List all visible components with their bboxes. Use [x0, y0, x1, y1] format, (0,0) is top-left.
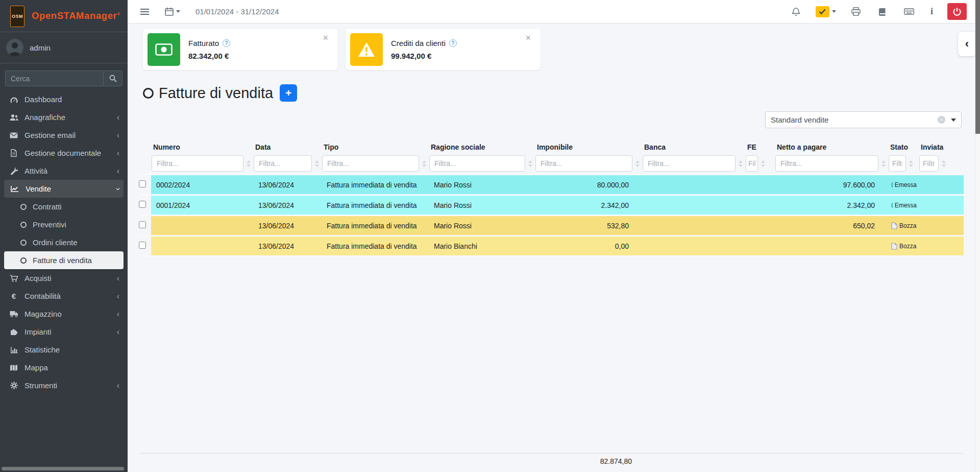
- help-icon[interactable]: ?: [223, 39, 230, 47]
- sidebar-subitem-preventivi[interactable]: Preventivi: [0, 216, 128, 233]
- bar-chart-icon: [8, 346, 19, 353]
- sidebar-item-contabilita[interactable]: € Contabilità ‹: [0, 287, 128, 305]
- date-range[interactable]: 01/01/2024 - 31/12/2024: [195, 7, 279, 16]
- print-button[interactable]: [849, 5, 863, 18]
- circle-icon: [20, 240, 27, 246]
- sort-arrows[interactable]: [881, 160, 886, 167]
- chevron-left-icon: ‹: [117, 274, 119, 282]
- info-button[interactable]: i: [929, 6, 934, 17]
- page-title: Fatture di vendita: [159, 85, 273, 102]
- sort-arrows[interactable]: [635, 160, 640, 167]
- widget-fatturato: Fatturato? 82.342,00 € ×: [143, 29, 338, 70]
- filter-input-inviata[interactable]: [919, 155, 939, 172]
- column-header[interactable]: Numero: [153, 143, 180, 151]
- sort-arrows[interactable]: [909, 160, 913, 167]
- status-badge: Emessa: [895, 181, 917, 188]
- header-labels-row: Numero Data Tipo Ragione sociale Imponib…: [139, 143, 964, 155]
- chevron-left-icon: ‹: [117, 149, 119, 157]
- sort-arrows[interactable]: [315, 160, 319, 167]
- filter-input-numero[interactable]: [152, 155, 243, 172]
- sidebar-item-attivita[interactable]: Attività ‹: [0, 162, 128, 180]
- sidebar-item-anagrafiche[interactable]: Anagrafiche ‹: [0, 108, 128, 126]
- sort-arrows[interactable]: [528, 160, 532, 167]
- system-status-button[interactable]: [816, 6, 836, 17]
- sidebar-toggle-button[interactable]: [138, 6, 152, 17]
- sidebar-item-magazzino[interactable]: Magazzino ‹: [0, 305, 128, 323]
- row-checkbox[interactable]: [139, 201, 146, 208]
- column-header[interactable]: Ragione sociale: [431, 143, 485, 151]
- filter-input-fe[interactable]: [746, 155, 758, 172]
- sort-arrows[interactable]: [247, 160, 251, 167]
- column-header[interactable]: Netto a pagare: [777, 143, 826, 151]
- warning-triangle-icon: [350, 33, 383, 66]
- logout-button[interactable]: [947, 3, 967, 20]
- table-row[interactable]: 13/06/2024 Fattura immediata di vendita …: [139, 216, 964, 237]
- table-row[interactable]: 13/06/2024 Fattura immediata di vendita …: [139, 237, 964, 257]
- column-header[interactable]: Inviata: [921, 143, 943, 151]
- sidebar-item-acquisti[interactable]: Acquisti ‹: [0, 269, 128, 287]
- column-header[interactable]: Banca: [644, 143, 666, 151]
- page-scrollbar[interactable]: [975, 0, 980, 472]
- sidebar-item-strumenti[interactable]: Strumenti ‹: [0, 376, 128, 394]
- add-invoice-button[interactable]: +: [280, 84, 297, 102]
- app-logo[interactable]: ⚙OSM OpenSTAManager®: [0, 0, 128, 32]
- sidebar-item-statistiche[interactable]: Statistiche: [0, 341, 128, 359]
- circle-icon: [20, 204, 27, 210]
- column-header[interactable]: FE: [747, 143, 756, 151]
- sort-arrows[interactable]: [422, 160, 426, 167]
- truck-icon: [8, 311, 19, 317]
- row-checkbox[interactable]: [139, 242, 146, 249]
- help-icon[interactable]: ?: [449, 39, 457, 47]
- main-content: Fatturato? 82.342,00 € × Crediti da clie…: [128, 23, 975, 472]
- widget-title: Fatturato: [188, 39, 219, 48]
- sidebar-subitem-fatture-di-vendita[interactable]: Fatture di vendita: [4, 251, 124, 269]
- page-scrollbar-thumb[interactable]: [975, 0, 980, 134]
- clear-selection-icon[interactable]: ×: [938, 116, 945, 124]
- sidebar-item-gestione-documentale[interactable]: Gestione documentale ‹: [0, 144, 128, 162]
- sidebar-item-dashboard[interactable]: Dashboard: [0, 90, 128, 108]
- column-header[interactable]: Tipo: [324, 143, 338, 151]
- segment-select[interactable]: Standard vendite ×: [765, 111, 962, 128]
- filter-input-tipo[interactable]: [322, 155, 419, 172]
- column-header[interactable]: Stato: [890, 143, 908, 151]
- calendar-button[interactable]: [163, 5, 182, 18]
- row-checkbox[interactable]: [139, 180, 146, 187]
- sidebar-item-mappa[interactable]: Mappa: [0, 359, 128, 376]
- filter-input-imponibile[interactable]: [535, 155, 632, 172]
- sort-arrows[interactable]: [942, 160, 946, 167]
- sidebar-item-gestione-email[interactable]: Gestione email ‹: [0, 126, 128, 144]
- sidebar-subitem-ordini-cliente[interactable]: Ordini cliente: [0, 233, 128, 251]
- status-badge: Bozza: [899, 222, 916, 229]
- filter-input-banca[interactable]: [643, 155, 736, 172]
- sidebar-item-vendite[interactable]: Vendite ‹: [4, 180, 124, 198]
- sidebar-subitem-contratti[interactable]: Contratti: [0, 198, 128, 216]
- notifications-button[interactable]: [790, 5, 802, 18]
- right-panel-toggle-button[interactable]: ‹: [958, 32, 976, 56]
- imponibile-total: 82.874,80: [139, 457, 642, 465]
- sidebar-search-button[interactable]: [103, 70, 122, 86]
- filter-input-data[interactable]: [254, 155, 312, 172]
- wrench-icon: [8, 167, 19, 175]
- column-header[interactable]: Imponibile: [537, 143, 573, 151]
- sort-arrows[interactable]: [761, 160, 765, 167]
- table-row[interactable]: 0001/2024 13/06/2024 Fattura immediata d…: [139, 196, 964, 216]
- shortcuts-button[interactable]: [902, 6, 916, 17]
- documentation-button[interactable]: [876, 6, 889, 18]
- trademark-symbol: ®: [117, 12, 120, 16]
- sidebar-search-input[interactable]: [5, 70, 103, 86]
- table-row[interactable]: 0002/2024 13/06/2024 Fattura immediata d…: [139, 175, 964, 196]
- sidebar-item-impianti[interactable]: Impianti ‹: [0, 323, 128, 341]
- close-icon[interactable]: ×: [320, 33, 331, 43]
- filter-input-stato[interactable]: [889, 155, 906, 172]
- row-checkbox[interactable]: [139, 221, 146, 228]
- sidebar-nav: Dashboard Anagrafiche ‹ Gestione email ‹…: [0, 90, 128, 394]
- user-panel[interactable]: admin: [0, 32, 128, 63]
- sort-arrows[interactable]: [739, 160, 743, 167]
- money-bill-icon: [148, 33, 180, 66]
- sidebar-horizontal-scrollbar[interactable]: [2, 467, 124, 470]
- filter-input-netto-a-pagare[interactable]: [775, 155, 878, 172]
- status-badge: Bozza: [899, 243, 916, 250]
- filter-input-ragione-sociale[interactable]: [429, 155, 525, 172]
- column-header[interactable]: Data: [255, 143, 271, 151]
- close-icon[interactable]: ×: [522, 33, 534, 43]
